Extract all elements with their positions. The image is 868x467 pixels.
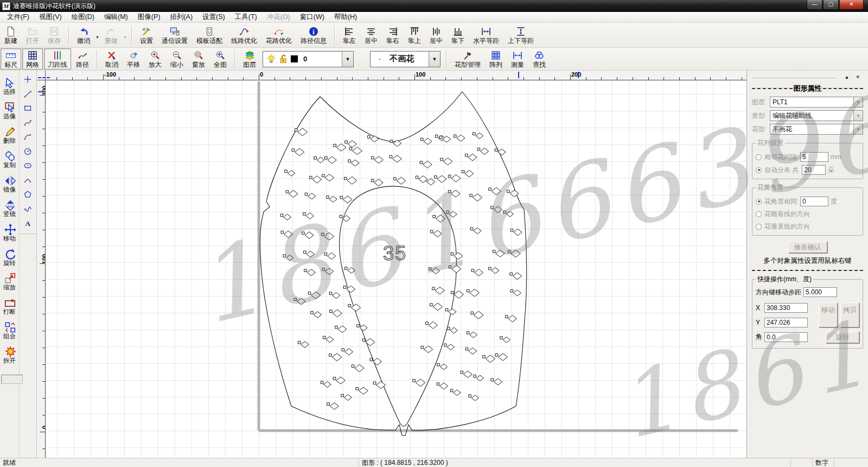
draw-line-tool[interactable] [20,87,36,102]
flower-mode-combo[interactable]: ·不画花▼ [370,51,441,67]
rotate-button[interactable]: 旋转 [826,331,859,343]
draw-spline-tool[interactable] [20,203,36,217]
flower-route-opt-button[interactable]: 花路优化 [262,24,296,46]
flower-type-select[interactable]: 不画花 ▼ [770,124,863,135]
menu-draw[interactable]: 绘图(D) [67,11,99,23]
select-arrow-tool[interactable]: 选择 [0,74,19,98]
align-vcenter-button[interactable]: 居中 [426,24,446,46]
hspace-equal-button[interactable]: 水平等距 [469,24,503,46]
path-info-button[interactable]: i路径信息 [297,24,330,46]
draw-ellipse-tool[interactable] [20,159,36,174]
copy-button[interactable]: 拷贝 [840,302,859,327]
chevron-down-icon[interactable]: ▼ [853,111,863,121]
menu-image[interactable]: 图像(P) [133,11,165,23]
menu-file[interactable]: 文件(F) [2,11,34,23]
draw-rect-tool[interactable] [20,102,36,116]
break-tool[interactable]: 打断 [0,294,19,318]
confirm-modify-button[interactable]: 修改确认 [788,241,827,253]
flower-count-input[interactable] [802,165,826,175]
adjacent-spacing-input[interactable] [800,152,828,162]
draw-polygon-tool[interactable] [20,188,36,203]
chevron-down-icon[interactable]: ▼ [853,124,863,134]
adjacent-spacing-radio[interactable] [756,154,762,160]
zoom-in-button[interactable]: 放大 [145,48,165,70]
settings-tools-button[interactable]: 设置 [136,24,157,46]
along-line-radio[interactable] [756,211,762,217]
menu-view[interactable]: 视图(V) [34,11,67,23]
undo-button[interactable]: 撤消 [73,24,94,46]
drawing-surface[interactable]: 35 [46,80,746,458]
move-button[interactable]: 移动 [819,302,838,327]
perpendicular-radio[interactable] [756,224,762,230]
ungroup-tool[interactable]: 拆开 [0,343,19,367]
auto-distribute-radio[interactable] [756,167,762,173]
chevron-down-icon[interactable]: ▼ [853,97,863,107]
y-input[interactable] [764,318,808,327]
rotate-tool[interactable]: 旋转 [0,245,19,269]
ruler-button[interactable]: 标尺 [1,48,21,70]
layers-button[interactable]: 图层 [239,48,260,70]
menu-window[interactable]: 窗口(W) [295,11,329,23]
x-input[interactable] [764,303,808,313]
angle-input[interactable] [764,332,808,342]
erase-tool[interactable]: 删除 [0,123,19,147]
pattern-manage-button[interactable]: 花型管理 [451,48,484,70]
draw-arc3-tool[interactable] [20,174,36,188]
comm-settings-button[interactable]: 通信设置 [158,24,192,46]
same-angle-radio[interactable] [756,199,762,205]
cancel-button[interactable]: 取消 [101,48,122,70]
menu-help[interactable]: 帮助(H) [329,11,362,23]
zoom-out-button[interactable]: 缩小 [167,48,187,70]
punch-mark [467,332,477,338]
knife-lines-button[interactable]: 刀距线 [44,48,71,70]
mirror-v-tool[interactable]: 竖镜 [0,196,19,220]
menu-arrange[interactable]: 排列(A) [165,11,197,23]
group-tool[interactable]: 组合 [0,318,19,343]
degree-unit: 度 [831,197,837,206]
pen-layer-combo[interactable]: 0▼ [263,51,354,67]
panel-close-icon[interactable]: ✕ [852,74,863,80]
close-button[interactable]: ✕ [839,0,864,10]
draw-point-tool[interactable] [20,73,36,87]
vspace-equal-button[interactable]: 上下等距 [504,24,538,46]
menu-tools[interactable]: 工具(T) [230,11,262,23]
chevron-down-icon[interactable]: ▼ [429,52,440,67]
minimize-button[interactable]: — [807,0,822,10]
route-opt-button[interactable]: 线路优化 [227,24,261,46]
new-doc-button[interactable]: 新建 [1,24,21,46]
chevron-down-icon[interactable]: ▼ [95,31,99,39]
template-fit-button[interactable]: 模板适配 [193,24,226,46]
layer-select[interactable]: PLT1 ▼ [770,97,863,108]
align-left-button[interactable]: 靠左 [339,24,360,46]
measure-button[interactable]: 测量 [507,48,528,70]
chevron-down-icon[interactable]: ▼ [342,52,353,67]
draw-circle-tool[interactable] [20,145,36,160]
angle-value-input[interactable] [800,197,828,206]
select-image-tool[interactable]: 选像 [0,98,19,123]
panel-collapse-icon[interactable]: ▲ [841,74,853,80]
menu-edit[interactable]: 编辑(M) [99,11,133,23]
pan-button[interactable]: 平移 [123,48,144,70]
draw-text-tool[interactable]: A [20,217,36,231]
find-button[interactable]: 查找 [529,48,550,70]
draw-arc-tool[interactable] [20,130,36,145]
scale-tool[interactable]: 缩放 [0,269,19,294]
align-bottom-button[interactable]: 靠下 [448,24,468,46]
path-arrow-button[interactable]: 路径 [72,48,93,70]
restore-button[interactable]: ▢ [823,0,839,10]
copy-tool[interactable]: 复制 [0,147,19,172]
mirror-h-tool[interactable]: 镜像 [0,172,19,196]
array-grid-button[interactable]: 阵列 [486,48,506,70]
align-top-button[interactable]: 靠上 [404,24,425,46]
align-hcenter-button[interactable]: 居中 [361,24,381,46]
step-input[interactable] [803,287,837,297]
draw-bezier-tool[interactable] [20,116,36,131]
menu-punch[interactable]: 冲花(O) [262,11,295,23]
align-right-button[interactable]: 靠右 [382,24,403,46]
type-select[interactable]: 编辑花辅助线 ▼ [770,110,863,121]
grid-button[interactable]: 网格 [22,48,43,70]
menu-settings[interactable]: 设置(S) [197,11,230,23]
move-tool[interactable]: 移动 [0,220,19,245]
zoom-window-button[interactable]: 窗放 [188,48,209,70]
zoom-all-button[interactable]: 全图 [210,48,231,70]
